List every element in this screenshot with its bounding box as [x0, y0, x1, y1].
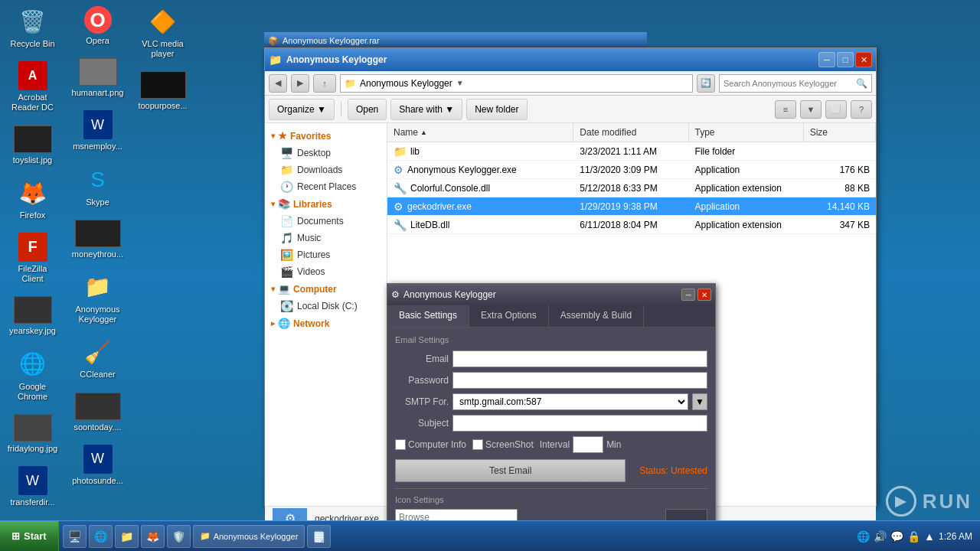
tab-basic-settings[interactable]: Basic Settings [387, 305, 469, 327]
keylogger-app-window: ⚙ Anonymous Keylogger ─ ✕ Basic Settings… [387, 283, 716, 532]
settings-divider [395, 488, 707, 489]
taskbar-firefox-icon[interactable]: 🦊 [141, 525, 165, 548]
sidebar-item-videos[interactable]: 🎬 Videos [265, 263, 387, 280]
taskbar-app-icon[interactable]: 🗒️ [307, 525, 331, 548]
new-folder-button[interactable]: New folder [466, 99, 527, 120]
table-row[interactable]: 📁 lib 3/23/2021 1:11 AM File folder [387, 142, 876, 161]
view-change-button[interactable]: ▼ [800, 100, 822, 119]
back-button[interactable]: ◀ [269, 74, 287, 93]
table-row[interactable]: ⚙ Anonymous Keylogger.exe 11/3/2020 3:09… [387, 161, 876, 179]
desktop-icon-humanart[interactable]: humanart.png [69, 56, 126, 100]
moneythrou-label: moneythrou... [72, 249, 123, 259]
subject-input[interactable] [452, 415, 707, 432]
network-label: Network [293, 318, 329, 329]
tray-security-icon[interactable]: 🔒 [907, 530, 920, 543]
smtp-select[interactable]: smtp.gmail.com:587 [452, 393, 688, 410]
taskbar-ie-icon[interactable]: 🌐 [89, 525, 113, 548]
keylogger-close-button[interactable]: ✕ [697, 289, 711, 301]
email-input[interactable] [452, 350, 707, 367]
desktop-icon-filezilla[interactable]: F FileZilla Client [4, 230, 61, 286]
desktop-icon-firefox[interactable]: 🦊 Firefox [4, 175, 61, 223]
preview-button[interactable]: ⬜ [825, 100, 847, 119]
sidebar-item-local-disk[interactable]: 💽 Local Disk (C:) [265, 298, 387, 315]
table-row[interactable]: 🔧 Colorful.Console.dll 5/12/2018 6:33 PM… [387, 179, 876, 197]
help-button[interactable]: ? [851, 100, 872, 119]
pictures-icon: 🖼️ [280, 249, 293, 261]
address-dropdown-arrow[interactable]: ▼ [456, 79, 464, 87]
sidebar-item-documents[interactable]: 📄 Documents [265, 213, 387, 230]
desktop-icon-ccleaner[interactable]: 🧹 CCleaner [69, 334, 126, 382]
sidebar-item-downloads[interactable]: 📁 Downloads [265, 161, 387, 178]
desktop-icon-photosunde[interactable]: W photosunde... [69, 442, 126, 488]
keylogger-window-controls: ─ ✕ [681, 289, 711, 301]
address-field[interactable]: 📁 Anonymous Keylogger ▼ [340, 74, 693, 93]
sidebar-item-pictures[interactable]: 🖼️ Pictures [265, 246, 387, 263]
keylogger-minimize-button[interactable]: ─ [681, 289, 695, 301]
computer-section[interactable]: ▾ 💻 Computer [265, 280, 387, 298]
table-row[interactable]: 🔧 LiteDB.dll 6/11/2018 8:04 PM Applicati… [387, 216, 876, 234]
column-header-date[interactable]: Date modified [573, 123, 688, 142]
tab-assembly-build[interactable]: Assembly & Build [549, 305, 644, 327]
open-button[interactable]: Open [348, 99, 387, 120]
desktop-icon-recycle-bin[interactable]: 🗑️ Recycle Bin [4, 4, 61, 51]
desktop-icon-msnemploy[interactable]: W msnemploy... [69, 108, 126, 154]
column-header-name[interactable]: Name ▲ [387, 123, 573, 142]
libraries-label: Libraries [293, 199, 332, 210]
password-input[interactable] [452, 372, 707, 389]
table-row[interactable]: ⚙ geckodriver.exe 1/29/2019 9:38 PM Appl… [387, 197, 876, 216]
explorer-close-button[interactable]: ✕ [855, 52, 872, 67]
exe-icon: ⚙ [394, 164, 403, 176]
taskbar-antiviruse-icon[interactable]: 🛡️ [167, 525, 191, 548]
forward-button[interactable]: ▶ [291, 74, 309, 93]
soontoday-label: soontoday.... [74, 422, 121, 432]
favorites-section[interactable]: ▾ ★ Favorites [265, 127, 387, 145]
start-button[interactable]: ⊞ Start [0, 521, 59, 551]
tray-msg-icon[interactable]: 💬 [890, 530, 903, 543]
tab-extra-options[interactable]: Extra Options [469, 305, 549, 327]
refresh-button[interactable]: 🔄 [697, 74, 715, 93]
organize-button[interactable]: Organize ▼ [269, 99, 335, 120]
desktop-icon-anon-keylogger[interactable]: 📁 Anonymous Keylogger [69, 269, 126, 327]
screenshot-checkbox[interactable]: ScreenShot [472, 439, 534, 450]
tray-arrow-icon[interactable]: ▲ [924, 530, 935, 543]
interval-input[interactable] [573, 436, 603, 453]
search-input[interactable] [724, 79, 854, 88]
search-box[interactable]: 🔍 [719, 74, 872, 93]
desktop-icon-moneythrou[interactable]: moneythrou... [69, 217, 126, 262]
tray-network-icon[interactable]: 🌐 [857, 530, 870, 543]
desktop-icon-chrome[interactable]: 🌐 Google Chrome [4, 347, 61, 404]
sidebar-item-music[interactable]: 🎵 Music [265, 230, 387, 246]
file-date: 5/12/2018 6:33 PM [573, 181, 688, 196]
desktop-icon-skype[interactable]: S Skype [69, 162, 126, 210]
computer-info-checkbox[interactable]: Computer Info [395, 439, 466, 450]
skype-icon: S [83, 165, 113, 195]
up-button[interactable]: ↑ [313, 74, 336, 93]
share-with-button[interactable]: Share with ▼ [390, 99, 462, 120]
desktop-icon-acrobat[interactable]: A Acrobat Reader DC [4, 59, 61, 115]
explorer-minimize-button[interactable]: ─ [818, 52, 835, 67]
smtp-dropdown-button[interactable]: ▼ [692, 393, 707, 410]
sidebar-item-recent-places[interactable]: 🕐 Recent Places [265, 178, 387, 195]
column-header-size[interactable]: Size [804, 123, 876, 142]
network-section[interactable]: ▸ 🌐 Network [265, 315, 387, 332]
taskbar-anon-keylogger-task[interactable]: 📁 Anonymous Keylogger [193, 525, 305, 548]
taskbar-explorer-icon[interactable]: 📁 [115, 525, 139, 548]
password-label: Password [395, 375, 449, 386]
desktop-icon-toyslist[interactable]: toyslist.jpg [4, 123, 61, 168]
desktop-icon-transferdir[interactable]: W transferdir... [4, 464, 61, 510]
desktop-icon-opera[interactable]: O Opera [69, 4, 126, 48]
desktop-icon-yearskey[interactable]: yearskey.jpg [4, 294, 61, 338]
column-header-type[interactable]: Type [689, 123, 804, 142]
desktop-icon-fridaylong[interactable]: fridaylong.jpg [4, 412, 61, 456]
test-email-button[interactable]: Test Email [395, 459, 626, 482]
tray-speaker-icon[interactable]: 🔊 [874, 530, 887, 543]
libraries-section[interactable]: ▾ 📚 Libraries [265, 195, 387, 213]
taskbar-show-desktop[interactable]: 🖥️ [63, 525, 87, 548]
desktop-icon-toopurpose[interactable]: toopurpose... [134, 69, 191, 113]
sidebar-item-desktop[interactable]: 🖥️ Desktop [265, 145, 387, 161]
desktop-icon-soontoday[interactable]: soontoday.... [69, 390, 126, 435]
tray-icons: 🌐 🔊 💬 🔒 ▲ [857, 530, 935, 543]
view-list-button[interactable]: ≡ [775, 100, 796, 119]
desktop-icon-vlc[interactable]: 🔶 VLC media player [134, 4, 191, 61]
explorer-maximize-button[interactable]: □ [837, 52, 854, 67]
